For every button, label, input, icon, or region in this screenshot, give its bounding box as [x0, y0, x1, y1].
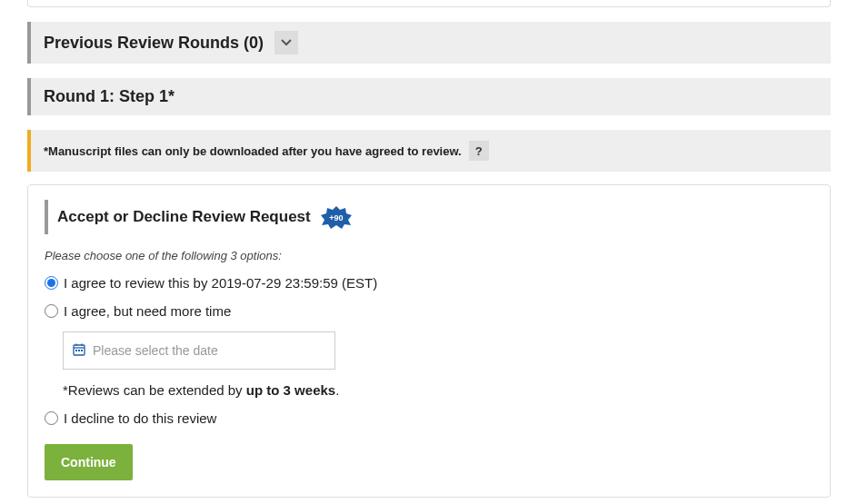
section-title: Accept or Decline Review Request [57, 208, 311, 226]
date-input[interactable] [93, 343, 325, 358]
option-more-time-row[interactable]: I agree, but need more time [45, 303, 813, 319]
continue-button[interactable]: Continue [45, 444, 133, 480]
main-panel: Accept or Decline Review Request +90 Ple… [27, 184, 831, 498]
round-step-label: Round 1: Step 1* [44, 87, 175, 106]
option-agree-label: I agree to review this by 2019-07-29 23:… [64, 275, 377, 291]
option-agree-radio[interactable] [45, 276, 58, 290]
extend-note: *Reviews can be extended by up to 3 week… [63, 382, 813, 398]
svg-rect-6 [78, 350, 80, 351]
previous-rounds-header[interactable]: Previous Review Rounds (0) [27, 22, 831, 64]
option-decline-row[interactable]: I decline to do this review [45, 410, 813, 426]
instruction-text: Please choose one of the following 3 opt… [45, 249, 813, 262]
round-step-header: Round 1: Step 1* [27, 78, 831, 115]
option-more-time-label: I agree, but need more time [64, 303, 231, 319]
panel-frame-top [27, 0, 831, 7]
chevron-down-icon[interactable] [274, 31, 298, 54]
svg-rect-5 [75, 350, 77, 351]
option-more-time-radio[interactable] [45, 304, 58, 318]
reward-badge-icon: +90 [320, 205, 353, 229]
calendar-icon [73, 343, 85, 359]
option-agree-row[interactable]: I agree to review this by 2019-07-29 23:… [45, 275, 813, 291]
section-title-row: Accept or Decline Review Request +90 [45, 200, 813, 234]
svg-text:+90: +90 [329, 213, 343, 222]
info-bar: *Manuscript files can only be downloaded… [27, 130, 831, 172]
option-decline-label: I decline to do this review [64, 410, 216, 426]
extend-note-prefix: *Reviews can be extended by [63, 382, 246, 398]
more-time-subgroup: *Reviews can be extended by up to 3 week… [63, 331, 813, 398]
date-input-wrap[interactable] [63, 331, 335, 370]
option-decline-radio[interactable] [45, 411, 58, 425]
info-text: *Manuscript files can only be downloaded… [44, 144, 462, 158]
svg-rect-7 [81, 350, 83, 351]
help-icon[interactable]: ? [469, 141, 489, 161]
extend-note-bold: up to 3 weeks [246, 382, 335, 398]
previous-rounds-label: Previous Review Rounds (0) [44, 34, 264, 53]
extend-note-suffix: . [335, 382, 339, 398]
